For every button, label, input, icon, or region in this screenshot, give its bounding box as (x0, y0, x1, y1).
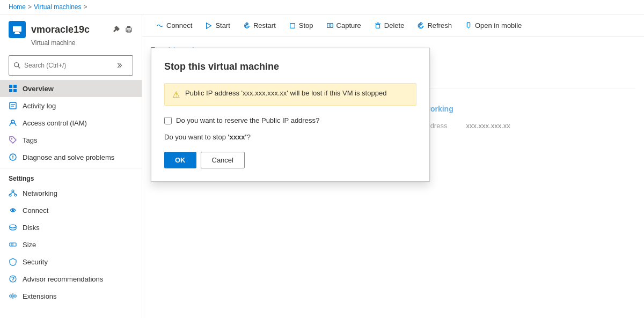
capture-button[interactable]: Capture (321, 19, 367, 32)
svg-rect-38 (290, 23, 295, 28)
confirm-text: Do you want to stop 'xxxx'? (164, 133, 416, 141)
warning-icon: ⚠ (172, 90, 180, 100)
warning-box: ⚠ Public IP address 'xxx.xxx.xxx.xx' wil… (164, 83, 416, 106)
sidebar-item-networking[interactable]: Networking (0, 184, 142, 202)
sidebar-item-overview[interactable]: Overview (0, 80, 142, 97)
reserve-ip-checkbox[interactable] (164, 117, 172, 124)
svg-point-45 (468, 27, 469, 28)
access-control-icon (9, 119, 17, 127)
vm-icon (9, 21, 26, 38)
sidebar-item-tags[interactable]: Tags (0, 131, 142, 149)
svg-rect-9 (13, 85, 17, 88)
sidebar-item-advisor[interactable]: Advisor recommendations (0, 270, 142, 287)
sidebar-item-extensions-label: Extensions (23, 292, 57, 300)
breadcrumb-sep1: > (28, 3, 32, 11)
activity-log-icon (9, 101, 17, 110)
ok-button[interactable]: OK (164, 152, 196, 168)
warning-text: Public IP address 'xxx.xxx.xxx.xx' will … (185, 89, 386, 97)
sidebar-item-connect[interactable]: Connect (0, 202, 142, 219)
collapse-sidebar-button[interactable] (113, 58, 128, 73)
svg-point-31 (12, 280, 13, 281)
svg-rect-33 (14, 295, 16, 297)
refresh-icon (417, 22, 425, 29)
networking-icon (9, 189, 17, 197)
svg-point-30 (10, 276, 16, 282)
start-button[interactable]: Start (200, 19, 235, 32)
size-icon (9, 240, 17, 249)
svg-point-25 (12, 209, 14, 211)
sidebar-item-overview-label: Overview (23, 85, 54, 93)
dialog-title: Stop this virtual machine (164, 61, 416, 72)
svg-rect-0 (13, 26, 21, 32)
sidebar-item-size-label: Size (23, 241, 36, 249)
svg-point-26 (10, 225, 16, 228)
sidebar-item-security-label: Security (23, 258, 48, 266)
sidebar: vmoracle19c Virtual machine (0, 14, 142, 318)
app-container: Home > Virtual machines > vmoracle19c Vi… (0, 0, 644, 318)
search-icon (13, 62, 21, 69)
settings-section-label: Settings (0, 168, 142, 184)
sidebar-item-diagnose[interactable]: Diagnose and solve problems (0, 149, 142, 166)
reserve-ip-label: Do you want to reserve the Public IP add… (176, 116, 319, 124)
content-area: Connect Start Restart Stop Capture (142, 14, 644, 318)
overview-icon (9, 84, 17, 93)
svg-point-22 (14, 194, 17, 196)
tags-icon (9, 136, 17, 144)
svg-point-6 (14, 63, 19, 67)
refresh-button[interactable]: Refresh (412, 19, 457, 32)
svg-rect-2 (14, 33, 20, 34)
sidebar-item-tags-label: Tags (23, 136, 37, 144)
breadcrumb-vms[interactable]: Virtual machines (34, 3, 82, 11)
breadcrumb-home[interactable]: Home (9, 3, 26, 11)
svg-rect-39 (327, 23, 333, 27)
svg-rect-12 (10, 102, 16, 109)
extensions-icon (9, 292, 17, 300)
sidebar-item-activity-log[interactable]: Activity log (0, 97, 142, 114)
connect-icon (9, 206, 17, 215)
stop-vm-dialog: Stop this virtual machine ⚠ Public IP ad… (151, 48, 430, 182)
search-input[interactable] (24, 62, 111, 69)
advisor-icon (9, 275, 17, 283)
svg-point-20 (12, 190, 14, 192)
print-icon[interactable] (125, 25, 133, 34)
svg-rect-10 (9, 89, 12, 92)
svg-rect-44 (467, 22, 470, 27)
sidebar-item-access-control[interactable]: Access control (IAM) (0, 114, 142, 131)
sidebar-item-security[interactable]: Security (0, 253, 142, 270)
vm-header-icons (112, 25, 133, 34)
dialog-overlay: Stop this virtual machine ⚠ Public IP ad… (142, 37, 644, 318)
open-in-mobile-button[interactable]: Open in mobile (459, 19, 527, 32)
svg-point-16 (11, 138, 12, 139)
sidebar-item-networking-label: Networking (23, 189, 57, 197)
svg-rect-5 (127, 30, 130, 32)
dialog-container: Stop this virtual machine ⚠ Public IP ad… (142, 37, 644, 318)
svg-line-23 (10, 192, 13, 194)
search-box[interactable] (9, 55, 133, 76)
sidebar-item-extensions[interactable]: Extensions (0, 287, 142, 305)
security-icon (9, 257, 17, 266)
pin-icon[interactable] (112, 25, 120, 34)
dialog-buttons: OK Cancel (164, 152, 416, 168)
svg-rect-41 (376, 24, 379, 28)
svg-line-24 (13, 192, 16, 194)
svg-point-40 (329, 24, 331, 26)
sidebar-item-diagnose-label: Diagnose and solve problems (23, 153, 114, 161)
svg-rect-32 (10, 295, 12, 297)
svg-rect-4 (127, 26, 130, 28)
stop-button[interactable]: Stop (283, 19, 319, 32)
svg-rect-1 (15, 32, 19, 33)
checkbox-row: Do you want to reserve the Public IP add… (164, 116, 416, 124)
sidebar-item-size[interactable]: Size (0, 236, 142, 253)
restart-button[interactable]: Restart (238, 19, 281, 32)
svg-rect-8 (9, 85, 12, 88)
breadcrumb: Home > Virtual machines > (0, 0, 644, 14)
sidebar-item-access-control-label: Access control (IAM) (23, 119, 87, 127)
confirm-text-part2: ? (247, 133, 251, 141)
delete-button[interactable]: Delete (369, 19, 410, 32)
connect-button[interactable]: Connect (151, 19, 197, 32)
connect-toolbar-icon (156, 22, 164, 29)
cancel-button[interactable]: Cancel (201, 152, 245, 168)
capture-icon (326, 22, 334, 29)
sidebar-item-disks[interactable]: Disks (0, 219, 142, 236)
start-icon (205, 22, 213, 29)
